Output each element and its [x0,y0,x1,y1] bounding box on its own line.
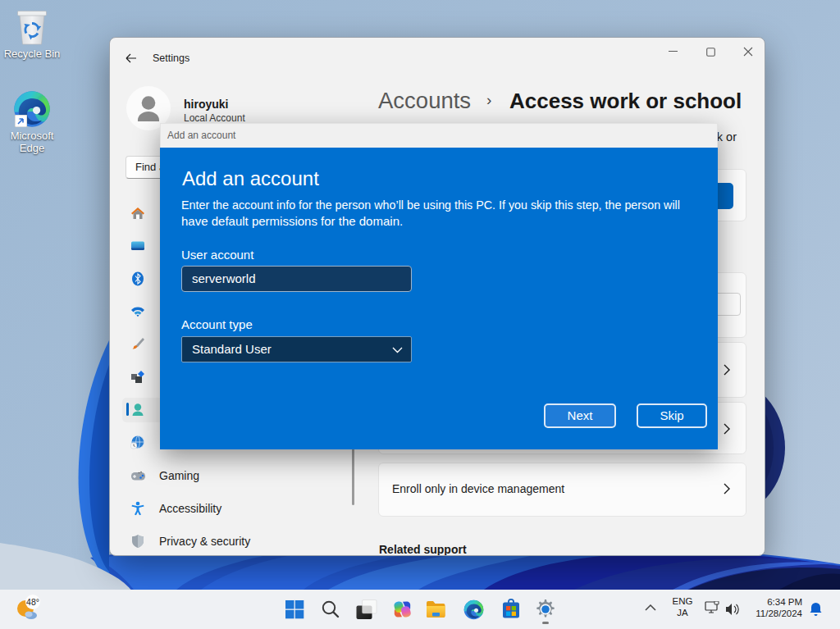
svg-text:48°: 48° [26,597,39,607]
